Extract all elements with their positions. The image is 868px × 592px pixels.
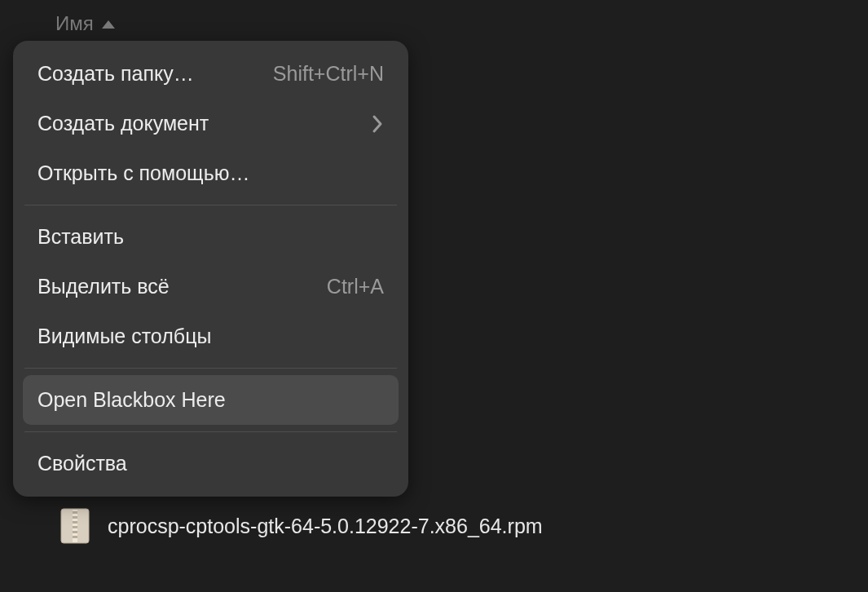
menu-label: Создать папку… (37, 62, 194, 86)
column-header-label: Имя (55, 12, 94, 35)
menu-select-all[interactable]: Выделить всё Ctrl+A (23, 262, 399, 311)
menu-paste[interactable]: Вставить (23, 212, 399, 262)
menu-separator (24, 431, 397, 432)
menu-properties[interactable]: Свойства (23, 439, 399, 488)
menu-label: Свойства (37, 452, 127, 475)
file-name: cprocsp-cptools-gtk-64-5.0.12922-7.x86_6… (108, 515, 543, 538)
menu-label: Выделить всё (37, 275, 170, 298)
menu-shortcut: Ctrl+A (327, 275, 384, 298)
menu-label: Открыть с помощью… (37, 161, 249, 185)
menu-visible-columns[interactable]: Видимые столбцы (23, 311, 399, 361)
menu-shortcut: Shift+Ctrl+N (273, 62, 384, 86)
menu-create-folder[interactable]: Создать папку… Shift+Ctrl+N (23, 49, 399, 99)
menu-label: Вставить (37, 225, 124, 249)
svg-rect-35 (73, 516, 77, 519)
svg-rect-38 (73, 531, 77, 533)
sort-ascending-icon (100, 12, 117, 35)
menu-open-with[interactable]: Открыть с помощью… (23, 148, 399, 198)
menu-label: Open Blackbox Here (37, 388, 226, 412)
menu-label: Видимые столбцы (37, 325, 211, 348)
column-header-name[interactable]: Имя (0, 12, 868, 35)
menu-open-blackbox[interactable]: Open Blackbox Here (23, 375, 399, 425)
menu-separator (24, 368, 397, 369)
svg-rect-34 (73, 511, 77, 514)
svg-rect-37 (73, 526, 77, 528)
svg-rect-39 (73, 536, 77, 538)
menu-create-document[interactable]: Создать документ (23, 99, 399, 148)
menu-label: Создать документ (37, 112, 209, 135)
context-menu: Создать папку… Shift+Ctrl+N Создать доку… (13, 41, 408, 497)
menu-separator (24, 205, 397, 205)
svg-rect-36 (73, 521, 77, 524)
archive-icon (60, 508, 90, 544)
chevron-right-icon (371, 113, 384, 135)
